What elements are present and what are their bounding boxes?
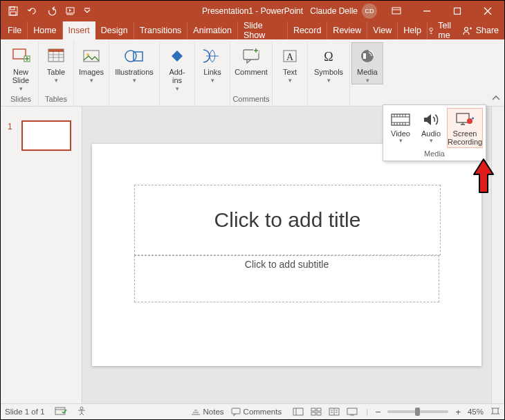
tab-transitions[interactable]: Transitions [134,21,188,39]
new-slide-icon [11,44,30,68]
screen-recording-button[interactable]: Screen Recording [447,108,483,148]
redo-icon[interactable] [44,3,60,19]
svg-rect-30 [293,408,303,415]
svg-text:Ω: Ω [324,50,333,64]
zoom-slider[interactable] [387,410,448,413]
thumbnail-pane[interactable]: 1 [1,107,82,403]
svg-rect-2 [10,12,16,15]
symbols-icon: Ω [320,44,338,68]
svg-rect-32 [317,408,321,411]
symbols-button[interactable]: Ω Symbols ▾ [309,42,348,84]
links-button[interactable]: Links ▾ [196,42,228,84]
fit-to-window-icon[interactable] [490,407,500,417]
svg-rect-34 [317,412,321,415]
zoom-level[interactable]: 45% [468,408,484,416]
comments-button[interactable]: Comments [231,408,282,416]
title-placeholder[interactable]: Click to add title [134,185,441,255]
tab-help[interactable]: Help [398,21,428,39]
illustrations-button[interactable]: Illustrations ▾ [111,42,158,84]
account-button[interactable]: Claude Delle CD [310,3,381,19]
svg-rect-37 [493,408,498,414]
slide-thumbnail[interactable] [21,120,71,151]
undo-icon[interactable] [24,3,41,19]
maximize-button[interactable] [442,1,472,21]
subtitle-placeholder[interactable]: Click to add subtitle [134,255,439,302]
user-name: Claude Delle [310,6,358,16]
addins-button[interactable]: Add- ins ▾ [161,42,193,93]
svg-rect-29 [232,408,240,414]
doc-name: Presentation1 [202,6,253,16]
screen-recording-icon [448,110,482,129]
ribbon: New Slide ▾ Slides Table ▾ Tables [1,39,504,107]
svg-point-7 [464,28,468,31]
slide-sorter-view-icon[interactable] [309,406,323,417]
images-button[interactable]: Images ▾ [75,42,107,84]
tell-me-label: Tell me [438,21,458,40]
media-icon [359,44,376,68]
slide-canvas[interactable]: Click to add title Click to add subtitle [92,144,481,366]
vertical-scrollbar[interactable] [491,107,504,403]
tab-insert[interactable]: Insert [63,21,95,39]
notes-button[interactable]: Notes [191,408,224,416]
zoom-in-button[interactable]: + [455,407,461,417]
ribbon-tabs: File Home Insert Design Transitions Anim… [1,21,504,39]
avatar: CD [362,3,377,19]
share-button[interactable]: Share [463,26,499,35]
minimize-button[interactable] [412,1,442,21]
svg-text:A: A [286,52,294,62]
images-icon [82,44,100,68]
media-dropdown: Video ▾ Audio ▾ Screen Recording Media [383,104,486,161]
ribbon-display-options-icon[interactable] [381,1,412,21]
group-label-slides: Slides [10,95,31,104]
tab-design[interactable]: Design [95,21,134,39]
svg-rect-4 [392,8,401,14]
svg-rect-8 [13,49,26,59]
svg-point-6 [430,28,432,30]
svg-point-28 [80,407,83,410]
svg-point-26 [467,118,472,124]
table-button[interactable]: Table ▾ [40,42,72,84]
collapse-ribbon-icon[interactable] [492,95,500,104]
links-icon [203,44,221,68]
reading-view-icon[interactable] [327,406,341,417]
tab-slideshow[interactable]: Slide Show [238,21,288,39]
tab-view[interactable]: View [367,21,398,39]
status-bar: Slide 1 of 1 Notes Comments [1,403,504,419]
zoom-out-button[interactable]: − [375,406,380,417]
addins-icon [169,44,185,68]
video-icon [387,110,414,129]
save-icon[interactable] [5,3,21,19]
tab-review[interactable]: Review [327,21,367,39]
svg-rect-31 [311,408,315,411]
close-button[interactable] [472,1,503,21]
text-icon: A [282,44,298,68]
illustrations-icon [124,44,145,68]
svg-rect-5 [454,8,461,15]
accessibility-icon[interactable] [77,406,86,417]
comment-icon [241,44,261,68]
tab-file[interactable]: File [1,21,28,39]
audio-button[interactable]: Audio ▾ [416,108,446,148]
slideshow-view-icon[interactable] [345,406,359,417]
spellcheck-icon[interactable] [55,406,67,417]
start-from-beginning-icon[interactable] [63,3,80,19]
qat-customize-icon[interactable] [82,3,92,19]
comment-button[interactable]: Comment [232,42,270,77]
share-label: Share [476,26,499,35]
slide-counter[interactable]: Slide 1 of 1 [5,408,45,416]
table-icon [47,44,65,68]
title-bar: Presentation1 - PowerPoint Claude Delle … [1,1,504,21]
tab-animations[interactable]: Animation [187,21,238,39]
svg-rect-33 [311,412,315,415]
svg-rect-36 [347,408,357,414]
svg-rect-23 [363,53,366,59]
new-slide-button[interactable]: New Slide ▾ [5,42,37,93]
tell-me-button[interactable]: Tell me [428,21,459,40]
normal-view-icon[interactable] [291,406,305,417]
tab-record[interactable]: Record [288,21,327,39]
svg-rect-11 [48,49,64,52]
video-button[interactable]: Video ▾ [386,108,415,148]
text-button[interactable]: A Text ▾ [274,42,306,84]
tab-home[interactable]: Home [28,21,62,39]
media-button[interactable]: Media ▾ [351,42,383,84]
